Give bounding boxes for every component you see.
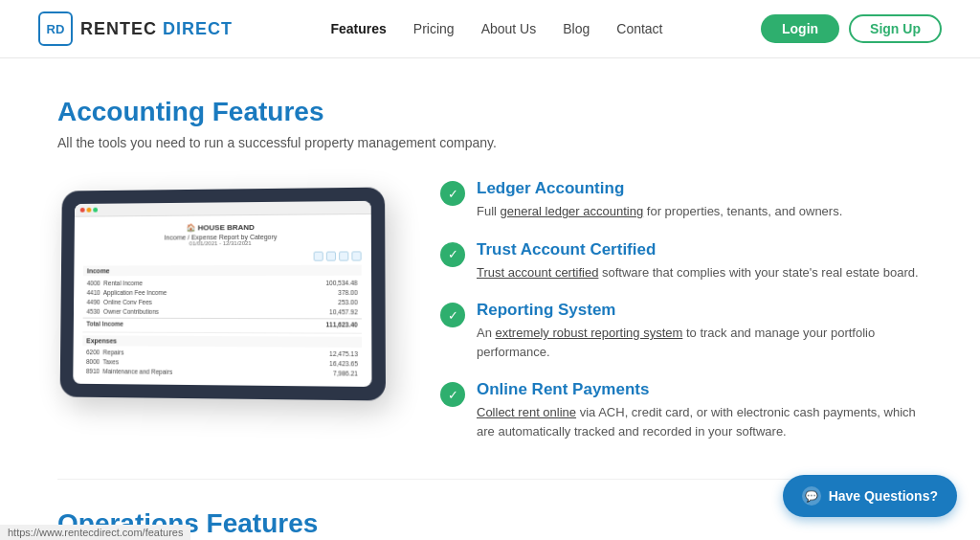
feature-reporting-title: Reporting System — [477, 301, 923, 320]
chat-icon: 💬 — [802, 486, 821, 506]
nav-blog[interactable]: Blog — [563, 21, 590, 36]
expenses-label: Expenses — [82, 335, 362, 348]
ledger-accounting-link[interactable]: general ledger accounting — [501, 204, 644, 218]
feature-ledger-content: Ledger Accounting Full general ledger ac… — [477, 179, 842, 221]
action-btn-4 — [351, 251, 361, 260]
logo-icon: RD — [38, 11, 73, 46]
feature-check-rent: ✓ — [440, 382, 465, 407]
collect-rent-link[interactable]: Collect rent online — [477, 405, 576, 419]
minimize-dot — [87, 208, 92, 213]
maximize-dot — [93, 208, 98, 213]
login-button[interactable]: Login — [761, 14, 839, 43]
report-actions — [83, 251, 362, 261]
window-controls — [80, 208, 98, 213]
report-row-4530: 4530 Owner Contributions 10,457.92 — [83, 306, 362, 317]
nav-contact[interactable]: Contact — [616, 21, 662, 36]
report-row-4000: 4000 Rental Income 100,534.48 — [83, 278, 362, 287]
feature-check-reporting: ✓ — [440, 303, 465, 327]
feature-ledger: ✓ Ledger Accounting Full general ledger … — [440, 179, 923, 221]
accounting-section-header: Accounting Features All the tools you ne… — [57, 97, 923, 150]
report-header: 🏠 HOUSE BRAND Income / Expense Report by… — [83, 222, 361, 247]
feature-check-trust: ✓ — [440, 242, 465, 267]
trust-account-link[interactable]: Trust account certified — [477, 265, 598, 280]
report-row-4410: 4410 Application Fee Income 378.00 — [83, 287, 362, 297]
report-total-income: Total Income 111,623.40 — [82, 318, 361, 330]
feature-check-ledger: ✓ — [440, 181, 465, 206]
feature-reporting-content: Reporting System An extremely robust rep… — [477, 301, 923, 361]
action-btn-1 — [314, 252, 323, 261]
report-logo: 🏠 HOUSE BRAND — [83, 222, 361, 233]
status-url: https://www.rentecdirect.com/features — [8, 527, 183, 538]
nav-about[interactable]: About Us — [481, 21, 537, 36]
accounting-title: Accounting Features — [57, 97, 923, 127]
tablet-content: 🏠 HOUSE BRAND Income / Expense Report by… — [73, 214, 371, 387]
have-questions-label: Have Questions? — [829, 488, 938, 504]
accounting-section: 🏠 HOUSE BRAND Income / Expense Report by… — [57, 179, 923, 440]
feature-trust: ✓ Trust Account Certified Trust account … — [440, 240, 923, 282]
have-questions-button[interactable]: 💬 Have Questions? — [783, 475, 957, 517]
feature-rent: ✓ Online Rent Payments Collect rent onli… — [440, 380, 923, 440]
feature-rent-title: Online Rent Payments — [477, 380, 923, 399]
tablet-screen: 🏠 HOUSE BRAND Income / Expense Report by… — [73, 201, 371, 387]
action-btn-2 — [326, 252, 336, 261]
feature-trust-title: Trust Account Certified — [477, 240, 919, 259]
main-nav: Features Pricing About Us Blog Contact — [330, 21, 662, 36]
close-dot — [80, 208, 85, 213]
report-divider — [82, 331, 361, 333]
feature-trust-content: Trust Account Certified Trust account ce… — [477, 240, 919, 282]
main-content: Accounting Features All the tools you ne… — [0, 58, 980, 540]
features-list: ✓ Ledger Accounting Full general ledger … — [440, 179, 923, 440]
accounting-subtitle: All the tools you need to run a successf… — [57, 135, 923, 150]
income-label: Income — [83, 265, 362, 277]
feature-trust-desc: Trust account certified software that co… — [477, 263, 919, 282]
feature-reporting: ✓ Reporting System An extremely robust r… — [440, 301, 923, 361]
logo-text: RENTEC DIRECT — [80, 19, 233, 39]
tablet-mockup: 🏠 HOUSE BRAND Income / Expense Report by… — [60, 188, 386, 400]
feature-ledger-title: Ledger Accounting — [477, 179, 842, 198]
nav-pricing[interactable]: Pricing — [413, 21, 455, 36]
report-row-8910: 8910 Maintenance and Repairs 7,986.21 — [82, 366, 362, 378]
report-row-4490: 4490 Online Conv Fees 253.00 — [83, 297, 362, 306]
signup-button[interactable]: Sign Up — [849, 14, 942, 43]
feature-ledger-desc: Full general ledger accounting for prope… — [477, 202, 842, 221]
feature-reporting-desc: An extremely robust reporting system to … — [477, 324, 923, 361]
action-btn-3 — [339, 251, 348, 260]
feature-rent-desc: Collect rent online via ACH, credit card… — [477, 403, 923, 440]
status-bar: https://www.rentecdirect.com/features — [0, 525, 190, 540]
logo[interactable]: RD RENTEC DIRECT — [38, 11, 233, 46]
reporting-system-link[interactable]: extremely robust reporting system — [496, 326, 683, 340]
report-subtitle: 01/01/2021 - 12/31/2021 — [83, 239, 361, 247]
site-header: RD RENTEC DIRECT Features Pricing About … — [0, 0, 980, 58]
nav-features[interactable]: Features — [330, 21, 386, 36]
feature-rent-content: Online Rent Payments Collect rent online… — [477, 380, 923, 440]
header-buttons: Login Sign Up — [761, 14, 942, 43]
